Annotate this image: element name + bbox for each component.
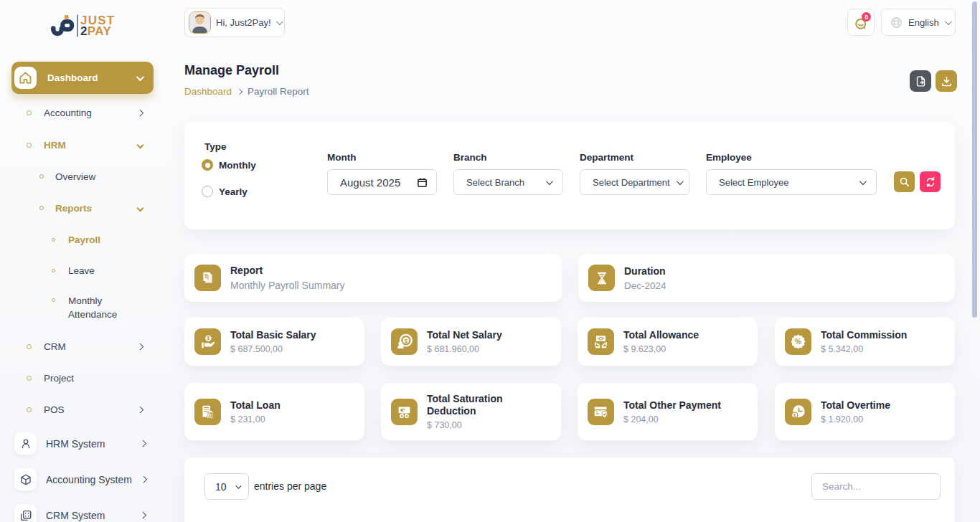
svg-text:$: $ xyxy=(793,412,796,418)
svg-text:2PAY: 2PAY xyxy=(80,24,111,38)
svg-text:$: $ xyxy=(207,336,209,341)
svg-text:%: % xyxy=(795,338,801,346)
svg-text:$: $ xyxy=(404,337,407,343)
